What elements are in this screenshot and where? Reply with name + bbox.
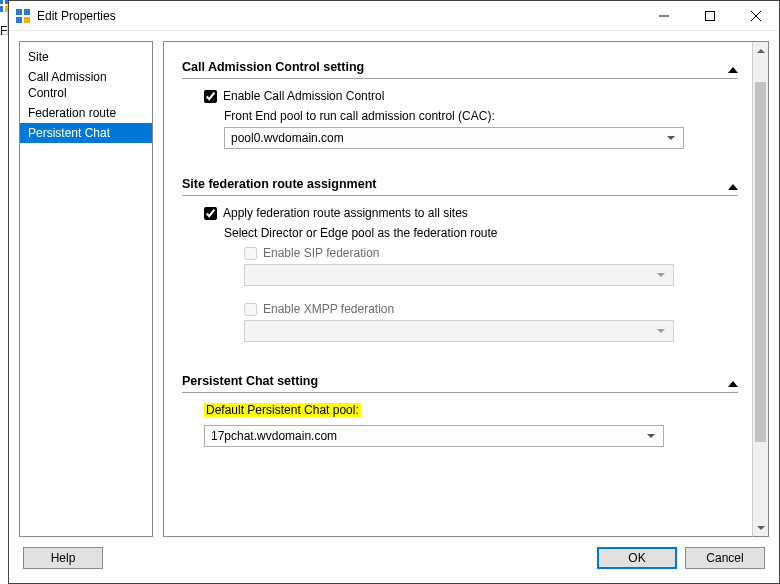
sidebar-item-label: Call Admission Control xyxy=(28,70,107,100)
collapse-icon[interactable] xyxy=(728,376,738,390)
apply-federation-input[interactable] xyxy=(204,207,217,220)
enable-xmpp-checkbox: Enable XMPP federation xyxy=(224,302,732,316)
dropdown-value: 17pchat.wvdomain.com xyxy=(211,429,643,443)
checkbox-label: Enable XMPP federation xyxy=(263,302,394,316)
help-button[interactable]: Help xyxy=(23,547,103,569)
button-label: OK xyxy=(628,551,645,565)
sidebar-item-site[interactable]: Site xyxy=(20,47,152,67)
section-header-federation[interactable]: Site federation route assignment xyxy=(182,175,738,196)
dialog-footer: Help OK Cancel xyxy=(19,537,769,573)
svg-rect-2 xyxy=(0,6,3,12)
federation-select-label: Select Director or Edge pool as the fede… xyxy=(224,226,732,240)
checkbox-label: Enable SIP federation xyxy=(263,246,380,260)
titlebar: Edit Properties xyxy=(9,1,779,31)
collapse-icon[interactable] xyxy=(728,179,738,193)
default-pchat-label-row: Default Persistent Chat pool: xyxy=(204,403,732,417)
enable-sip-input xyxy=(244,247,257,260)
window-title: Edit Properties xyxy=(37,9,116,23)
cac-pool-label: Front End pool to run call admission con… xyxy=(224,109,732,123)
dropdown-value: pool0.wvdomain.com xyxy=(231,131,663,145)
section-title: Site federation route assignment xyxy=(182,177,376,191)
sidebar-item-label: Site xyxy=(28,50,49,64)
category-sidebar: Site Call Admission Control Federation r… xyxy=(19,41,153,537)
properties-content: Call Admission Control setting Enable Ca… xyxy=(163,41,752,537)
section-title: Call Admission Control setting xyxy=(182,60,364,74)
sidebar-item-label: Federation route xyxy=(28,106,116,120)
scroll-down-icon[interactable] xyxy=(753,519,768,536)
background-window-fragment: Fi xyxy=(0,0,8,35)
xmpp-pool-dropdown xyxy=(244,320,674,342)
svg-rect-7 xyxy=(24,17,30,23)
scroll-up-icon[interactable] xyxy=(753,42,768,59)
ok-button[interactable]: OK xyxy=(597,547,677,569)
button-label: Cancel xyxy=(706,551,743,565)
collapse-icon[interactable] xyxy=(728,62,738,76)
button-label: Help xyxy=(51,551,76,565)
section-header-persistent-chat[interactable]: Persistent Chat setting xyxy=(182,372,738,393)
sidebar-item-label: Persistent Chat xyxy=(28,126,110,140)
enable-cac-checkbox[interactable]: Enable Call Admission Control xyxy=(204,89,732,103)
pchat-pool-dropdown[interactable]: 17pchat.wvdomain.com xyxy=(204,425,664,447)
edit-properties-dialog: Edit Properties Site Call Admission Cont… xyxy=(8,0,780,584)
checkbox-label: Apply federation route assignments to al… xyxy=(223,206,468,220)
cancel-button[interactable]: Cancel xyxy=(685,547,765,569)
sidebar-item-persistent-chat[interactable]: Persistent Chat xyxy=(20,123,152,143)
sidebar-item-federation-route[interactable]: Federation route xyxy=(20,103,152,123)
svg-rect-5 xyxy=(24,9,30,15)
section-header-cac[interactable]: Call Admission Control setting xyxy=(182,58,738,79)
enable-xmpp-input xyxy=(244,303,257,316)
close-button[interactable] xyxy=(733,1,779,31)
minimize-button[interactable] xyxy=(641,1,687,31)
enable-sip-checkbox: Enable SIP federation xyxy=(224,246,732,260)
svg-rect-0 xyxy=(0,0,3,4)
sip-pool-dropdown xyxy=(244,264,674,286)
chevron-down-icon xyxy=(643,434,659,438)
app-icon xyxy=(15,8,31,24)
vertical-scrollbar[interactable] xyxy=(752,41,769,537)
svg-rect-9 xyxy=(706,11,715,20)
apply-federation-checkbox[interactable]: Apply federation route assignments to al… xyxy=(204,206,732,220)
enable-cac-input[interactable] xyxy=(204,90,217,103)
maximize-button[interactable] xyxy=(687,1,733,31)
section-title: Persistent Chat setting xyxy=(182,374,318,388)
checkbox-label: Enable Call Admission Control xyxy=(223,89,384,103)
scrollbar-thumb[interactable] xyxy=(755,82,766,442)
default-pchat-label: Default Persistent Chat pool: xyxy=(204,403,361,417)
svg-rect-4 xyxy=(16,9,22,15)
chevron-down-icon xyxy=(653,273,669,277)
chevron-down-icon xyxy=(653,329,669,333)
svg-rect-6 xyxy=(16,17,22,23)
sidebar-item-call-admission-control[interactable]: Call Admission Control xyxy=(20,67,152,103)
cac-pool-dropdown[interactable]: pool0.wvdomain.com xyxy=(224,127,684,149)
chevron-down-icon xyxy=(663,136,679,140)
